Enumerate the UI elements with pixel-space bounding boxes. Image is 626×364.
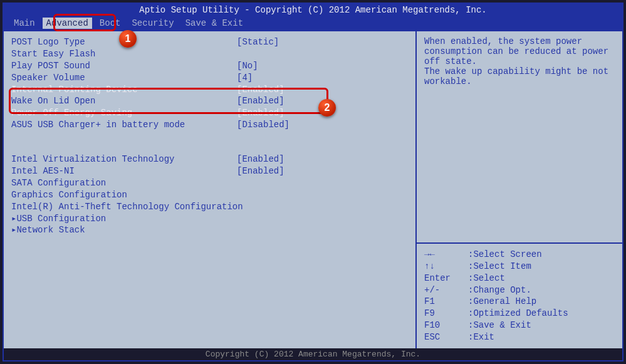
- right-panel: When enabled, the system power consumpti…: [415, 31, 622, 348]
- nav-select-item: ↑↓: Select Item: [424, 261, 615, 273]
- menu-boot[interactable]: Boot: [96, 18, 125, 29]
- setting-intel-virtualization[interactable]: Intel Virtualization Technology [Enabled…: [11, 153, 408, 165]
- setting-value: [4]: [237, 72, 253, 84]
- setting-label: Speaker Volume: [11, 72, 237, 84]
- content-area: POST Logo Type [Static] Start Easy Flash…: [4, 30, 622, 348]
- setting-graphics-configuration[interactable]: Graphics Configuration: [11, 189, 408, 201]
- setting-usb-configuration[interactable]: ▸ USB Configuration: [11, 213, 408, 225]
- setting-label: Intel AES-NI: [11, 165, 237, 177]
- submenu-arrow-icon: ▸: [11, 213, 16, 225]
- header-bar: Aptio Setup Utility - Copyright (C) 2012…: [4, 4, 622, 16]
- menu-advanced[interactable]: Advanced: [43, 18, 92, 29]
- setting-post-logo-type[interactable]: POST Logo Type [Static]: [11, 36, 408, 48]
- setting-start-easy-flash[interactable]: Start Easy Flash: [11, 48, 408, 60]
- setting-label: Intel Virtualization Technology: [11, 153, 237, 165]
- nav-change-opt: +/-: Change Opt.: [424, 284, 615, 296]
- bios-frame: Aptio Setup Utility - Copyright (C) 2012…: [3, 3, 623, 361]
- setting-intel-aes-ni[interactable]: Intel AES-NI [Enabled]: [11, 165, 408, 177]
- setting-value: [Enabled]: [237, 107, 284, 119]
- setting-power-off-energy-saving[interactable]: Power Off Energy Saving [Enabled]: [11, 107, 408, 119]
- nav-select-screen: →←: Select Screen: [424, 249, 615, 261]
- menu-save-exit[interactable]: Save & Exit: [182, 18, 247, 29]
- nav-optimized-defaults: F9: Optimized Defaults: [424, 308, 615, 320]
- setting-asus-usb-charger[interactable]: ASUS USB Charger+ in battery mode [Disab…: [11, 119, 408, 131]
- setting-value: [Enabled]: [237, 95, 284, 107]
- header-title: Aptio Setup Utility - Copyright (C) 2012…: [139, 5, 487, 15]
- setting-value: [No]: [237, 60, 258, 72]
- setting-wake-on-lid-open[interactable]: Wake On Lid Open [Enabled]: [11, 95, 408, 107]
- help-text: When enabled, the system power consumpti…: [417, 31, 622, 242]
- setting-value: [Enabled]: [237, 84, 284, 96]
- setting-network-stack[interactable]: ▸ Network Stack: [11, 224, 408, 236]
- nav-select: Enter: Select: [424, 273, 615, 284]
- footer-text: Copyright (C) 2012 American Megatrends, …: [206, 350, 420, 359]
- spacer: [11, 142, 408, 153]
- setting-label: Graphics Configuration: [11, 189, 237, 201]
- menu-security[interactable]: Security: [128, 18, 177, 29]
- setting-speaker-volume[interactable]: Speaker Volume [4]: [11, 72, 408, 84]
- setting-sata-configuration[interactable]: SATA Configuration: [11, 177, 408, 189]
- footer-bar: Copyright (C) 2012 American Megatrends, …: [4, 348, 622, 360]
- setting-label: USB Configuration: [16, 213, 229, 225]
- nav-exit: ESC: Exit: [424, 331, 615, 343]
- setting-value: [Disabled]: [237, 119, 290, 131]
- submenu-arrow-icon: ▸: [11, 224, 16, 236]
- setting-label: POST Logo Type: [11, 36, 237, 48]
- setting-internal-pointing-device[interactable]: Internal Pointing Device [Enabled]: [11, 84, 408, 96]
- spacer: [11, 131, 408, 142]
- setting-label: Power Off Energy Saving: [11, 107, 237, 119]
- setting-play-post-sound[interactable]: Play POST Sound [No]: [11, 60, 408, 72]
- setting-label: Network Stack: [16, 224, 229, 236]
- nav-save-exit: F10: Save & Exit: [424, 320, 615, 331]
- setting-label: Wake On Lid Open: [11, 95, 237, 107]
- setting-label: SATA Configuration: [11, 177, 237, 189]
- nav-help: →←: Select Screen ↑↓: Select Item Enter:…: [417, 242, 622, 348]
- setting-value: [Enabled]: [237, 165, 284, 177]
- setting-label: Intel(R) Anti-Theft Technology Configura…: [11, 201, 237, 213]
- nav-general-help: F1: General Help: [424, 296, 615, 308]
- setting-value: [Static]: [237, 36, 279, 48]
- setting-value: [Enabled]: [237, 153, 284, 165]
- setting-label: Internal Pointing Device: [11, 84, 237, 96]
- setting-label: ASUS USB Charger+ in battery mode: [11, 119, 237, 131]
- menu-bar: Main Advanced Boot Security Save & Exit: [4, 16, 622, 30]
- settings-panel: POST Logo Type [Static] Start Easy Flash…: [4, 31, 415, 348]
- setting-label: Play POST Sound: [11, 60, 237, 72]
- menu-main[interactable]: Main: [10, 18, 39, 29]
- setting-label: Start Easy Flash: [11, 48, 237, 60]
- setting-intel-anti-theft[interactable]: Intel(R) Anti-Theft Technology Configura…: [11, 201, 408, 213]
- help-content: When enabled, the system power consumpti…: [424, 36, 608, 86]
